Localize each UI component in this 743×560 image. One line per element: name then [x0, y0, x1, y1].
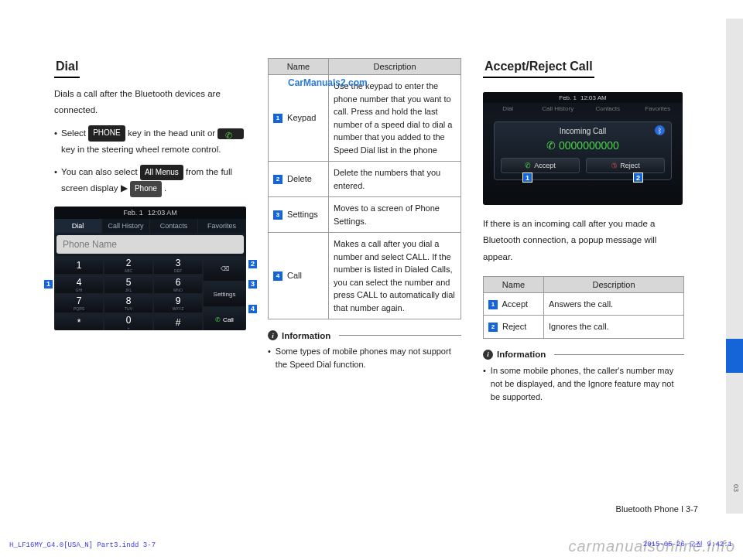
callout-1: 1	[43, 279, 53, 289]
keypad-key[interactable]: #	[153, 313, 203, 330]
table-row: 3 SettingsMoves to a screen of Phone Set…	[269, 197, 461, 233]
keypad-key[interactable]: *	[54, 313, 104, 330]
callout-1: 1	[522, 172, 532, 183]
popup-number: 0000000000	[501, 139, 665, 152]
text: Select	[61, 128, 88, 138]
tab-contacts[interactable]: Contacts	[150, 219, 198, 233]
info-bullet: • Some types of mobile phones may not su…	[268, 345, 461, 371]
callout-3: 3	[248, 279, 258, 289]
status-date: Feb. 1	[559, 94, 577, 101]
text: .	[164, 183, 166, 193]
all-menus-button: All Menus	[140, 165, 183, 181]
call-button[interactable]: Call	[203, 307, 246, 330]
dial-intro: Dials a call after the Bluetooth devices…	[54, 86, 246, 119]
accept-reject-heading: Accept/Reject Call	[483, 58, 594, 78]
table-row: 2 DeleteDelete the numbers that you ente…	[269, 162, 461, 197]
popup-title: Incoming Call	[501, 127, 665, 135]
tab-favorites[interactable]: Favorites	[198, 219, 246, 233]
keypad[interactable]: 12ABC3DEF4GHI5JKL6MNO7PQRS8TUV9WXYZ*0+#	[54, 256, 203, 330]
accept-reject-screenshot: Feb. 1 12:03 AM Dial Call History Contac…	[483, 92, 683, 205]
keypad-key[interactable]: 3DEF	[153, 256, 203, 275]
incoming-call-popup: ᛒ Incoming Call 0000000000 Accept Reject…	[494, 121, 672, 180]
delete-button[interactable]: ⌫	[203, 256, 246, 282]
bullet-icon: •	[54, 164, 57, 197]
table-row: 1 AcceptAnswers the call.	[484, 292, 684, 316]
callout-2: 2	[248, 259, 258, 269]
status-bar: Feb. 1 12:03 AM	[54, 207, 246, 219]
table-row: 2 RejectIgnores the call.	[484, 316, 684, 339]
keypad-key[interactable]: 5JKL	[104, 275, 153, 294]
info-text: In some mobile phones, the caller's numb…	[491, 364, 684, 404]
screen-tabs: Dial Call History Contacts Favorites	[54, 219, 246, 233]
info-icon: i	[483, 350, 493, 360]
tab-dial[interactable]: Dial	[54, 219, 102, 233]
info-heading: i Information	[483, 350, 684, 360]
side-blue-bar	[726, 339, 743, 373]
keypad-key[interactable]: 1	[54, 256, 104, 275]
phone-key-button: PHONE	[88, 125, 125, 142]
tab: Dial	[483, 103, 533, 114]
text: key in the steering wheel remote control…	[61, 145, 221, 154]
info-label: Information	[497, 350, 546, 359]
bullet-icon: •	[268, 345, 271, 371]
status-date: Feb. 1	[123, 209, 143, 217]
th-name: Name	[269, 59, 329, 75]
callout-4: 4	[248, 304, 258, 314]
column-dial: Dial Dials a call after the Bluetooth de…	[54, 58, 246, 404]
indd-footer-left: H_LF16MY_G4.0[USA_N] Part3.indd 3-7	[9, 541, 156, 549]
dial-description-table: Name Description 1 KeypadUse the keypad …	[268, 58, 461, 319]
tab-call-history[interactable]: Call History	[102, 219, 150, 233]
text: key in the head unit or	[128, 128, 217, 138]
steering-phone-icon	[217, 128, 244, 139]
info-bullet: • In some mobile phones, the caller's nu…	[483, 364, 684, 404]
info-text: Some types of mobile phones may not supp…	[276, 345, 461, 371]
dial-bullet-2: • You can also select All Menus from the…	[54, 164, 246, 197]
keypad-key[interactable]: 7PQRS	[54, 294, 104, 313]
dial-heading: Dial	[54, 58, 80, 78]
text: You can also select	[61, 167, 140, 176]
keypad-key[interactable]: 6MNO	[153, 275, 203, 294]
status-bar: Feb. 1 12:03 AM	[483, 92, 683, 103]
info-icon: i	[268, 330, 278, 340]
keypad-key[interactable]: 9WXYZ	[153, 294, 203, 313]
keypad-key[interactable]: 0+	[104, 313, 153, 330]
th-desc: Description	[329, 59, 461, 75]
callout-2: 2	[633, 172, 643, 183]
th-desc: Description	[544, 276, 684, 292]
dial-bullet-1: • Select PHONE key in the head unit or k…	[54, 125, 246, 159]
table-row: 4 CallMakes a call after you dial a numb…	[269, 233, 461, 319]
page-footer: Bluetooth Phone I 3-7	[616, 504, 698, 514]
column-dial-table: Name Description 1 KeypadUse the keypad …	[268, 58, 461, 404]
tab: Contacts	[583, 103, 633, 114]
screen-tabs: Dial Call History Contacts Favorites	[483, 103, 683, 114]
bullet-icon: •	[54, 125, 57, 159]
column-accept-reject: Accept/Reject Call Feb. 1 12:03 AM Dial …	[483, 58, 684, 404]
phone-name-field: Phone Name	[56, 235, 244, 254]
side-grey-bar	[726, 19, 743, 514]
accept-reject-table: Name Description 1 AcceptAnswers the cal…	[483, 276, 684, 339]
dial-screenshot: Feb. 1 12:03 AM Dial Call History Contac…	[54, 207, 246, 330]
bullet-icon: •	[483, 364, 486, 404]
page-content: Dial Dials a call after the Bluetooth de…	[0, 0, 743, 404]
status-time: 12:03 AM	[580, 94, 607, 101]
indd-footer-right: 2015-05-26 오전 9:42:1	[643, 539, 732, 549]
th-name: Name	[484, 276, 544, 292]
triangle-icon: ▶	[121, 180, 128, 196]
settings-button[interactable]: Settings	[203, 282, 246, 307]
keypad-key[interactable]: 8TUV	[104, 294, 153, 313]
keypad-key[interactable]: 2ABC	[104, 256, 153, 275]
accept-button[interactable]: Accept	[501, 158, 580, 173]
phone-menu-button: Phone	[130, 181, 162, 197]
bluetooth-icon: ᛒ	[655, 125, 665, 135]
tab: Favorites	[633, 103, 683, 114]
reject-button[interactable]: Reject	[586, 158, 665, 173]
watermark-top: CarManuals2.com	[288, 77, 368, 88]
info-heading: i Information	[268, 330, 461, 340]
info-label: Information	[282, 331, 330, 340]
keypad-key[interactable]: 4GHI	[54, 275, 104, 294]
accept-intro: If there is an incoming call after you m…	[483, 216, 684, 265]
side-chapter-number: 03	[732, 484, 740, 492]
status-time: 12:03 AM	[148, 209, 177, 217]
tab: Call History	[533, 103, 584, 114]
